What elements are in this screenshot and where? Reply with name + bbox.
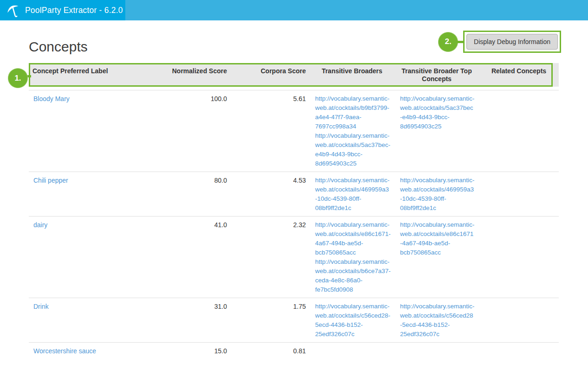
transitive-broaders-cell [310,342,394,359]
normalized-score-cell: 80.0 [168,172,231,216]
app-title: PoolParty Extractor - 6.2.0 [25,6,123,15]
uri-link[interactable]: http://vocabulary.semantic-web.at/cockta… [315,220,391,257]
display-debug-information-button[interactable]: Display Debug Information [466,34,558,50]
concept-link[interactable]: dairy [33,221,47,229]
concept-link[interactable]: Chili pepper [33,177,68,184]
app-header-bar: PoolParty Extractor - 6.2.0 [0,0,588,20]
annotation-2-connector [457,41,464,43]
transitive-broader-top-concepts-cell: http://vocabulary.semantic-web.at/cockta… [394,298,479,342]
annotation-1-marker: 1. [8,68,28,88]
normalized-score-cell: 100.0 [168,90,231,172]
table-row: Worcestershire sauce15.00.81 [29,342,559,359]
column-header-transitive-broader-top-concepts: Transitive Broader Top Concepts [394,63,479,87]
uri-link[interactable]: http://vocabulary.semantic-web.at/cockta… [400,220,475,257]
annotation-2-highlight-box: Display Debug Information [463,31,561,53]
annotation-group-2: 2. Display Debug Information [438,31,561,53]
uri-link[interactable]: http://vocabulary.semantic-web.at/cockta… [315,302,391,339]
header-gap-row [29,87,559,90]
concepts-table-body: Bloody Mary100.05.61http://vocabulary.se… [29,87,559,359]
concepts-table-header: Concept Preferred Label Normalized Score… [29,63,559,87]
app-logo-zone: PoolParty Extractor - 6.2.0 [0,0,125,20]
transitive-broaders-cell: http://vocabulary.semantic-web.at/cockta… [310,298,394,342]
column-header-normalized-score: Normalized Score [168,63,231,87]
related-concepts-cell [479,216,559,298]
related-concepts-cell [479,172,559,216]
normalized-score-cell: 15.0 [168,342,231,359]
related-concepts-cell [479,342,559,359]
transitive-broader-top-concepts-cell: http://vocabulary.semantic-web.at/cockta… [394,172,479,216]
transitive-broader-top-concepts-cell: http://vocabulary.semantic-web.at/cockta… [394,90,479,172]
poolparty-umbrella-icon [6,2,21,18]
column-header-concept-preferred-label: Concept Preferred Label [29,63,168,87]
concepts-table-zone: 1. Concept Preferred Label Normalized Sc… [29,63,559,359]
concept-link[interactable]: Worcestershire sauce [33,347,96,355]
uri-link[interactable]: http://vocabulary.semantic-web.at/cockta… [315,131,391,168]
column-header-related-concepts: Related Concepts [479,63,559,87]
corpora-score-cell: 5.61 [231,90,310,172]
uri-link[interactable]: http://vocabulary.semantic-web.at/cockta… [400,94,475,131]
concept-label-cell: Worcestershire sauce [29,342,168,359]
related-concepts-cell [479,298,559,342]
concept-label-cell: Chili pepper [29,172,168,216]
normalized-score-cell: 31.0 [168,298,231,342]
transitive-broaders-cell: http://vocabulary.semantic-web.at/cockta… [310,216,394,298]
concept-link[interactable]: Drink [33,303,49,310]
transitive-broader-top-concepts-cell: http://vocabulary.semantic-web.at/cockta… [394,216,479,298]
concepts-table: Concept Preferred Label Normalized Score… [29,63,559,359]
corpora-score-cell: 1.75 [231,298,310,342]
normalized-score-cell: 41.0 [168,216,231,298]
table-row: Drink31.01.75http://vocabulary.semantic-… [29,298,559,342]
corpora-score-cell: 2.32 [231,216,310,298]
transitive-broaders-cell: http://vocabulary.semantic-web.at/cockta… [310,90,394,172]
table-row: Chili pepper80.04.53http://vocabulary.se… [29,172,559,216]
table-row: Bloody Mary100.05.61http://vocabulary.se… [29,90,559,172]
uri-link[interactable]: http://vocabulary.semantic-web.at/cockta… [400,302,475,339]
uri-link[interactable]: http://vocabulary.semantic-web.at/cockta… [315,176,391,213]
concept-label-cell: Drink [29,298,168,342]
annotation-2-marker: 2. [438,32,458,52]
corpora-score-cell: 4.53 [231,172,310,216]
related-concepts-cell [479,90,559,172]
page-title: Concepts [29,39,88,55]
transitive-broaders-cell: http://vocabulary.semantic-web.at/cockta… [310,172,394,216]
uri-link[interactable]: http://vocabulary.semantic-web.at/cockta… [315,94,391,131]
uri-link[interactable]: http://vocabulary.semantic-web.at/cockta… [315,257,391,294]
column-header-corpora-score: Corpora Score [231,63,310,87]
concept-label-cell: dairy [29,216,168,298]
corpora-score-cell: 0.81 [231,342,310,359]
table-row: dairy41.02.32http://vocabulary.semantic-… [29,216,559,298]
concept-label-cell: Bloody Mary [29,90,168,172]
uri-link[interactable]: http://vocabulary.semantic-web.at/cockta… [400,176,475,213]
concept-link[interactable]: Bloody Mary [33,95,70,102]
column-header-transitive-broaders: Transitive Broaders [310,63,394,87]
transitive-broader-top-concepts-cell [394,342,479,359]
